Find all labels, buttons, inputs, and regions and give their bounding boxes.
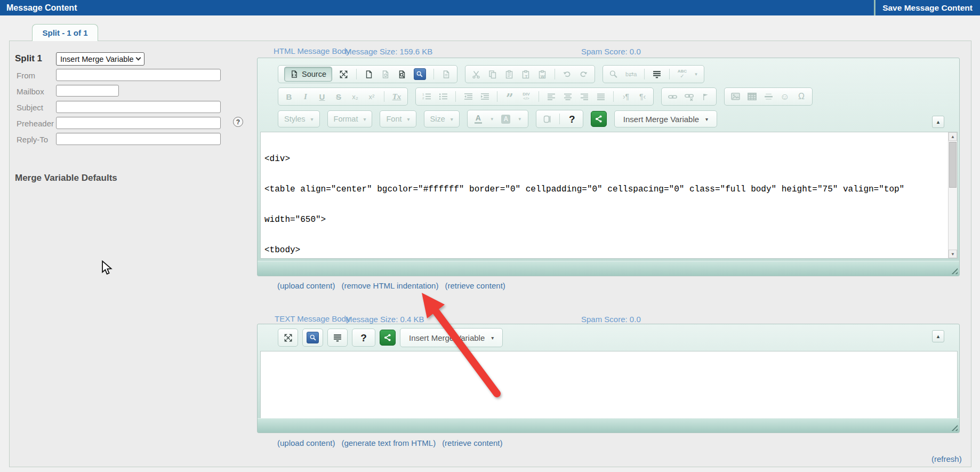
new-page-icon[interactable] xyxy=(364,68,374,80)
smiley-icon[interactable]: ☺ xyxy=(780,91,790,102)
refresh-link[interactable]: (refresh) xyxy=(931,454,962,463)
superscript-icon[interactable]: x² xyxy=(367,91,376,102)
find-icon[interactable] xyxy=(609,68,618,80)
document-properties-icon[interactable] xyxy=(381,68,390,80)
tab-split-1-of-1[interactable]: Split - 1 of 1 xyxy=(32,24,98,41)
blockquote-icon[interactable]: ” xyxy=(505,91,515,102)
copy-icon[interactable] xyxy=(488,68,497,80)
text-maximize-button[interactable] xyxy=(278,329,298,347)
anchor-icon[interactable] xyxy=(701,91,710,102)
chevron-down-icon xyxy=(136,55,141,61)
align-center-icon[interactable] xyxy=(563,91,573,102)
spellcheck-icon[interactable]: ABC✓ xyxy=(677,68,687,80)
remove-format-icon[interactable]: Tx xyxy=(392,91,401,102)
text-select-all-button[interactable] xyxy=(327,329,348,347)
italic-icon[interactable]: I xyxy=(301,91,310,102)
html-toolbar-collapse-button[interactable]: ▴ xyxy=(932,116,944,128)
styles-combo[interactable]: Styles▾ xyxy=(278,110,320,127)
horizontal-rule-icon[interactable] xyxy=(764,91,773,102)
source-button[interactable]: Source xyxy=(284,67,332,82)
text-merge-variable-share-icon[interactable] xyxy=(380,330,396,346)
size-combo[interactable]: Size▾ xyxy=(424,110,460,127)
html-editor: Source xyxy=(257,58,960,276)
text-body-textarea[interactable] xyxy=(260,351,958,419)
paste-plain-text-icon[interactable]: T xyxy=(521,68,531,80)
html-insert-merge-variable-button[interactable]: Insert Merge Variable ▾ xyxy=(614,110,717,127)
indent-icon[interactable] xyxy=(480,91,489,102)
text-color-icon[interactable]: A xyxy=(473,113,483,125)
preheader-input[interactable] xyxy=(56,117,221,129)
font-combo[interactable]: Font▾ xyxy=(380,110,416,127)
maximize-icon[interactable] xyxy=(339,68,349,80)
table-icon[interactable] xyxy=(747,91,757,102)
scrollbar-down-icon[interactable]: ▼ xyxy=(949,250,957,258)
justify-icon[interactable] xyxy=(596,91,606,102)
show-blocks-icon[interactable] xyxy=(542,113,552,125)
from-input[interactable] xyxy=(56,69,221,81)
spellcheck-caret-icon[interactable]: ▾ xyxy=(694,68,698,80)
help-icon[interactable]: ? xyxy=(567,113,577,125)
image-icon[interactable] xyxy=(730,91,740,102)
paste-from-word-icon[interactable]: W xyxy=(537,68,547,80)
redo-icon[interactable] xyxy=(579,68,589,80)
replyto-label: Reply-To xyxy=(17,135,48,144)
preview-icon[interactable] xyxy=(397,68,407,80)
resize-grip-icon[interactable] xyxy=(950,266,958,274)
text-color-caret-icon[interactable]: ▾ xyxy=(490,113,494,125)
source-line: <div> xyxy=(264,154,944,164)
text-insert-merge-variable-button[interactable]: Insert Merge Variable ▾ xyxy=(400,328,503,347)
div-container-icon[interactable]: DIV</> xyxy=(521,91,531,102)
align-left-icon[interactable] xyxy=(547,91,556,102)
asset-browser-icon[interactable] xyxy=(414,68,426,80)
select-all-icon[interactable] xyxy=(652,68,662,80)
preheader-help-icon[interactable]: ? xyxy=(233,117,243,127)
numbered-list-icon[interactable]: 12 xyxy=(422,91,431,102)
insert-merge-variable-select[interactable]: Insert Merge Variable xyxy=(56,52,144,66)
source-scrollbar[interactable]: ▲ ▼ xyxy=(948,132,957,258)
format-combo[interactable]: Format▾ xyxy=(327,110,373,127)
outdent-icon[interactable] xyxy=(463,91,473,102)
text-editor-footer xyxy=(258,418,959,433)
scrollbar-thumb[interactable] xyxy=(949,142,957,188)
html-source-textarea[interactable]: <div> <table align="center" bgcolor="#ff… xyxy=(260,132,958,259)
save-message-content-button[interactable]: Save Message Content xyxy=(874,0,980,15)
background-color-icon[interactable]: A xyxy=(501,113,511,125)
bulleted-list-icon[interactable] xyxy=(438,91,448,102)
replace-icon[interactable]: b⇄a xyxy=(625,68,637,80)
maximize-icon xyxy=(283,332,293,343)
special-character-icon[interactable]: Ω xyxy=(797,91,806,102)
resize-grip-icon[interactable] xyxy=(950,423,958,431)
caret-down-icon: ▾ xyxy=(363,116,366,122)
retrieve-content-link[interactable]: (retrieve content) xyxy=(442,438,502,447)
toolbar-separator xyxy=(669,69,670,79)
align-right-icon[interactable] xyxy=(580,91,589,102)
text-asset-browser-button[interactable] xyxy=(302,329,323,347)
toolbar-group-find: b⇄a ABC✓ ▾ xyxy=(603,65,704,83)
strikethrough-icon[interactable]: S xyxy=(334,91,343,102)
background-color-caret-icon[interactable]: ▾ xyxy=(518,113,522,125)
text-help-button[interactable]: ? xyxy=(352,329,375,347)
text-direction-rtl-icon[interactable]: ¶‹ xyxy=(638,91,647,102)
merge-variable-share-icon[interactable] xyxy=(591,111,607,127)
upload-content-link[interactable]: (upload content) xyxy=(277,438,335,447)
remove-html-indentation-link[interactable]: (remove HTML indentation) xyxy=(341,281,438,290)
text-toolbar-collapse-button[interactable]: ▴ xyxy=(932,330,944,342)
html-toolbar-row-3: Styles▾ Format▾ Font▾ Size▾ A ▾ A ▾ xyxy=(278,110,717,128)
bold-icon[interactable]: B xyxy=(284,91,294,102)
upload-content-link[interactable]: (upload content) xyxy=(277,281,335,290)
subscript-icon[interactable]: x₂ xyxy=(350,91,360,102)
unlink-icon[interactable] xyxy=(684,91,694,102)
mailbox-input[interactable] xyxy=(56,85,119,97)
cut-icon[interactable] xyxy=(471,68,481,80)
subject-input[interactable] xyxy=(56,101,221,113)
scrollbar-up-icon[interactable]: ▲ xyxy=(949,132,957,141)
text-direction-ltr-icon[interactable]: ›¶ xyxy=(621,91,631,102)
underline-icon[interactable]: U xyxy=(317,91,327,102)
undo-icon[interactable] xyxy=(563,68,572,80)
generate-text-from-html-link[interactable]: (generate text from HTML) xyxy=(341,438,436,447)
replyto-input[interactable] xyxy=(56,133,221,145)
retrieve-content-link[interactable]: (retrieve content) xyxy=(445,281,505,290)
templates-icon[interactable] xyxy=(441,68,451,80)
paste-icon[interactable] xyxy=(504,68,514,80)
link-icon[interactable] xyxy=(668,91,677,102)
